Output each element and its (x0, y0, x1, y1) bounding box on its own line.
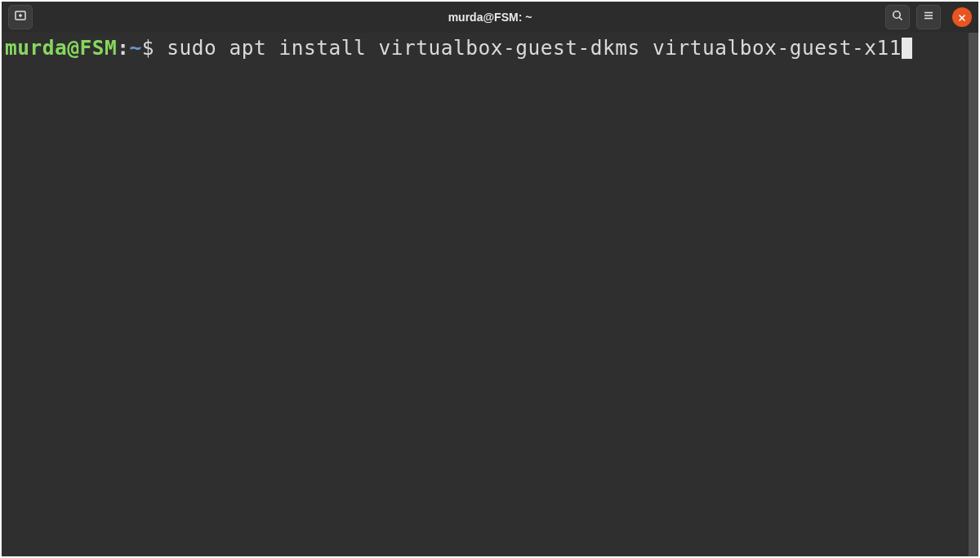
prompt-path: ~ (130, 36, 142, 60)
prompt-separator: : (117, 36, 129, 60)
terminal-window: murda@FSM: ~ (2, 2, 978, 556)
hamburger-icon (922, 9, 935, 25)
window-title: murda@FSM: ~ (448, 11, 532, 24)
new-tab-icon (14, 9, 27, 25)
terminal-content: murda@FSM:~$ sudo apt install virtualbox… (5, 36, 975, 60)
prompt-symbol: $ (142, 36, 154, 60)
titlebar-right (885, 5, 972, 29)
scrollbar-thumb[interactable] (969, 33, 978, 556)
titlebar: murda@FSM: ~ (2, 2, 978, 33)
prompt-user-host: murda@FSM (5, 36, 117, 60)
close-icon (958, 10, 966, 25)
svg-line-4 (899, 17, 902, 20)
svg-point-3 (893, 11, 900, 18)
menu-button[interactable] (916, 5, 941, 29)
search-button[interactable] (885, 5, 910, 29)
terminal-body[interactable]: murda@FSM:~$ sudo apt install virtualbox… (2, 33, 978, 556)
scrollbar[interactable] (969, 33, 978, 556)
command-text: sudo apt install virtualbox-guest-dkms v… (154, 36, 902, 60)
search-icon (891, 9, 904, 25)
new-tab-button[interactable] (8, 5, 33, 29)
titlebar-left (8, 5, 33, 29)
close-button[interactable] (952, 7, 972, 27)
terminal-cursor (902, 38, 912, 59)
